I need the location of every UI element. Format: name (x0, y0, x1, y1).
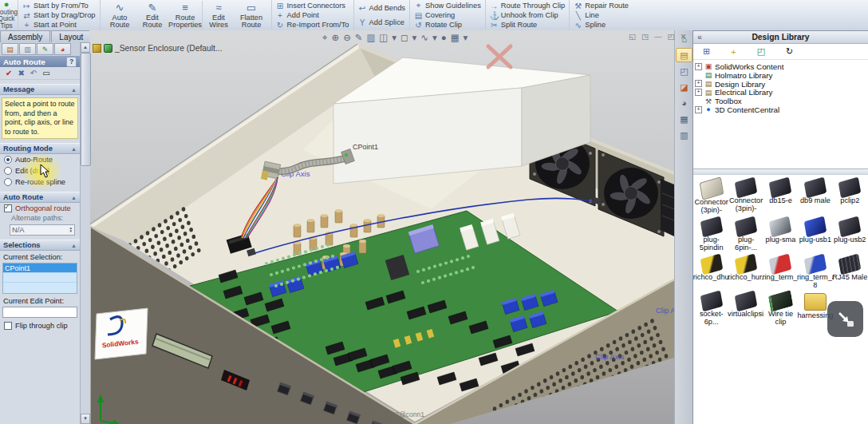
video-popout-button[interactable] (827, 301, 863, 337)
library-item[interactable]: plug-5pindin (694, 217, 728, 252)
ribbon-button[interactable]: ⊞Insert Connectors (276, 2, 349, 10)
orthogonal-route-checkbox[interactable] (4, 204, 12, 212)
library-item[interactable]: db15-e (763, 178, 798, 215)
selected-list-item[interactable]: CPoint1 (3, 264, 77, 272)
cancel-x-icon[interactable] (488, 46, 511, 67)
3d-viewport[interactable]: Clip Axis (89, 30, 674, 424)
ribbon-large-button[interactable]: ▭Flatten Route (235, 1, 268, 30)
window-control-icon[interactable]: ◰ (667, 32, 674, 41)
pm-tab[interactable]: ▥ (19, 43, 36, 55)
ribbon-button[interactable]: ▤Covering (414, 11, 481, 20)
dock-tab-icon[interactable]: ◕ (676, 96, 692, 110)
library-tool-icon[interactable]: ◰ (757, 46, 765, 57)
ribbon-button[interactable]: ⚓Unhook from Clip (490, 11, 565, 20)
view-tool-icon[interactable]: ▾ (392, 32, 397, 43)
pm-action-icon[interactable]: ✖ (18, 69, 24, 77)
view-tool-icon[interactable]: ⌖ (322, 32, 327, 43)
pm-action-icon[interactable]: ↶ (30, 69, 37, 77)
ribbon-button[interactable]: ↩Add Bends (358, 4, 406, 13)
routing-mode-option[interactable]: Re-route spline (0, 176, 80, 188)
scroll-thumb[interactable] (81, 53, 91, 166)
ribbon-button[interactable]: ╲Line (574, 11, 629, 20)
pm-tab[interactable]: ◕ (54, 43, 71, 55)
pm-action-icon[interactable]: ✔ (6, 69, 12, 77)
view-tool-icon[interactable]: ◫ (379, 32, 388, 43)
radio-button[interactable] (4, 156, 12, 164)
window-control-icon[interactable]: — (654, 32, 662, 41)
ribbon-large-button[interactable]: ≡Route Properties (169, 1, 202, 30)
tab[interactable]: Assembly (0, 30, 50, 42)
view-tool-icon[interactable]: ✎ (355, 32, 363, 43)
window-control-icon[interactable]: ✕ (680, 32, 686, 41)
library-item[interactable]: plug-usb1 (798, 217, 832, 252)
library-tool-icon[interactable]: ↻ (786, 46, 793, 57)
ribbon-button[interactable]: ↻Re-Import From/To (276, 21, 349, 30)
library-item[interactable]: pclip2 (833, 178, 867, 215)
window-control-icon[interactable]: ◱ (629, 32, 636, 41)
view-tool-icon[interactable]: ▾ (432, 32, 437, 43)
library-item[interactable]: RJ45 Male (833, 255, 867, 289)
ribbon-button[interactable]: ⇄Start by Drag/Drop (22, 11, 96, 20)
library-item[interactable]: richco_dhu... (694, 255, 728, 289)
auto-route-section-header[interactable]: Auto Route▲ (0, 192, 80, 203)
ribbon-button[interactable]: ↺Rotate Clip (414, 21, 481, 30)
ribbon-button[interactable]: +Add Point (276, 11, 349, 20)
library-item[interactable]: Connector (3pin)-Male (728, 178, 763, 215)
library-item[interactable]: virtualclipsi... (728, 291, 763, 327)
library-item[interactable]: plug-sma (763, 217, 798, 252)
view-tool-icon[interactable]: ⊖ (343, 32, 351, 43)
library-item[interactable]: socket-6p... (694, 291, 728, 327)
routing-mode-section-header[interactable]: Routing Mode▲ (0, 143, 80, 154)
ribbon-button[interactable]: ↦Start by From/To (22, 2, 96, 10)
dock-tab-icon[interactable]: ▥ (676, 128, 692, 142)
tab[interactable]: Layout (51, 30, 91, 42)
tree-item[interactable]: + ● 3D ContentCentral (695, 105, 866, 114)
pm-scrollbar[interactable]: ▲ ▼ (80, 42, 90, 424)
library-item[interactable]: richco_hur... (728, 255, 763, 289)
view-tool-icon[interactable]: ▦ (451, 32, 460, 43)
dock-tab-icon[interactable]: ▤ (676, 48, 692, 62)
flip-through-clip-checkbox[interactable] (4, 322, 12, 330)
library-item[interactable]: Connector (3pin)-Fem... (694, 178, 728, 215)
library-item[interactable]: ring_term_a... 8 (798, 255, 832, 289)
tree-item[interactable]: + ▤ Electrical Library (695, 88, 866, 97)
library-item[interactable]: plug-6pin-... (728, 217, 763, 252)
3d-scene[interactable]: Clip Axis (89, 30, 674, 424)
ribbon-button[interactable]: ⚒Repair Route (574, 2, 629, 10)
radio-button[interactable] (4, 167, 12, 175)
view-tool-icon[interactable]: ∿ (420, 32, 428, 43)
current-edit-point-field[interactable] (2, 307, 77, 318)
expand-icon[interactable]: + (695, 63, 702, 70)
ribbon-button[interactable]: ⌖Show Guidelines (414, 1, 481, 10)
pm-tab[interactable]: ✎ (37, 43, 53, 55)
ribbon-button[interactable]: ✂Split Route (490, 21, 565, 30)
view-tool-icon[interactable]: ▥ (366, 32, 375, 43)
library-item[interactable]: Wire tie clip (763, 291, 798, 327)
dock-tab-icon[interactable]: ▦ (676, 112, 692, 126)
selections-section-header[interactable]: Selections▲ (0, 240, 80, 251)
ribbon-large-button[interactable]: ✎Edit Route (136, 1, 169, 30)
expand-icon[interactable]: + (695, 80, 702, 87)
tree-item[interactable]: ⚒ Toolbox (695, 97, 866, 105)
pm-tab[interactable]: ▤ (2, 43, 18, 55)
scroll-down-icon[interactable]: ▼ (81, 414, 90, 424)
library-item[interactable]: plug-usb2 (833, 217, 867, 252)
expand-icon[interactable] (695, 72, 702, 79)
library-item[interactable]: ring_term_... (763, 255, 798, 289)
expand-icon[interactable]: + (695, 106, 702, 113)
pm-action-icon[interactable]: ▭ (42, 69, 49, 77)
pane-splitter[interactable] (693, 168, 868, 175)
ribbon-button[interactable]: ∿Spline (574, 21, 629, 30)
scroll-up-icon[interactable]: ▲ (81, 42, 90, 53)
ribbon-button[interactable]: +Start at Point (22, 21, 96, 30)
expand-icon[interactable] (695, 97, 702, 105)
view-tool-icon[interactable]: ▾ (412, 32, 416, 43)
ribbon-large-button[interactable]: ≈Edit Wires (202, 1, 235, 30)
routing-mode-option[interactable]: Auto-Route (0, 154, 80, 165)
window-control-icon[interactable]: ◳ (641, 32, 649, 41)
ribbon-button[interactable]: YAdd Splice (358, 18, 406, 27)
tree-item[interactable]: + ▤ Design Library (695, 80, 866, 89)
view-tool-icon[interactable]: ▾ (464, 32, 468, 43)
spinner-arrows-icon[interactable]: ▲▼ (69, 227, 73, 234)
library-tool-icon[interactable]: + (731, 47, 736, 57)
